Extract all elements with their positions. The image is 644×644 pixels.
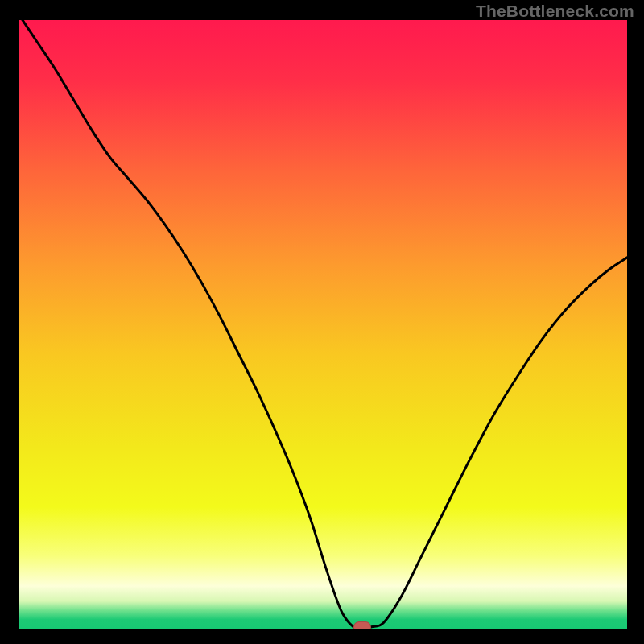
plot-area <box>19 20 627 629</box>
watermark-text: TheBottleneck.com <box>476 2 634 21</box>
minimum-marker-icon <box>353 621 371 629</box>
curve-line <box>19 20 627 629</box>
chart-frame: TheBottleneck.com <box>0 0 644 644</box>
